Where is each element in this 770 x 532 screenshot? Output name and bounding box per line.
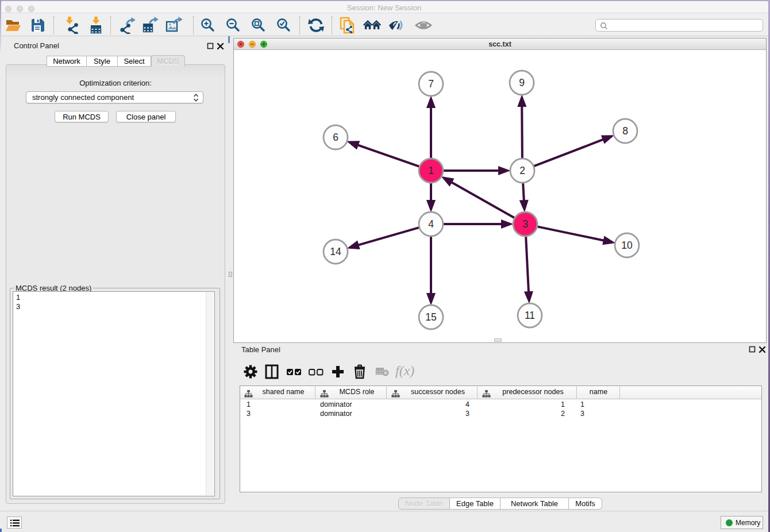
svg-text:6: 6 [333,132,338,143]
svg-text:10: 10 [621,240,633,251]
svg-text:14: 14 [330,246,341,257]
svg-text:3: 3 [522,218,528,230]
svg-text:4: 4 [428,218,434,230]
svg-text:8: 8 [622,125,628,137]
svg-text:2: 2 [519,165,525,176]
svg-text:15: 15 [425,311,436,323]
svg-text:9: 9 [519,77,525,88]
svg-text:1: 1 [428,165,434,176]
svg-text:7: 7 [428,78,434,90]
svg-text:11: 11 [525,310,535,321]
